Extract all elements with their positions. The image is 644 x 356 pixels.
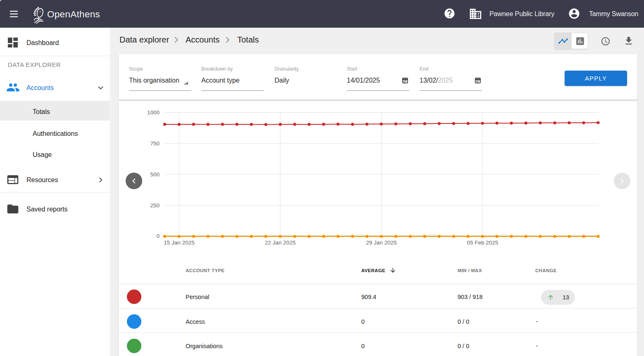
svg-text:22 Jan 2025: 22 Jan 2025 (265, 240, 296, 246)
svg-text:500: 500 (150, 171, 160, 178)
svg-text:250: 250 (150, 202, 160, 209)
svg-text:29 Jan 2025: 29 Jan 2025 (366, 240, 396, 246)
svg-text:05 Feb 2025: 05 Feb 2025 (467, 240, 498, 246)
svg-text:1000: 1000 (147, 109, 160, 116)
svg-text:15 Jan 2025: 15 Jan 2025 (164, 240, 194, 246)
svg-text:0: 0 (156, 233, 160, 239)
svg-text:750: 750 (150, 140, 160, 147)
